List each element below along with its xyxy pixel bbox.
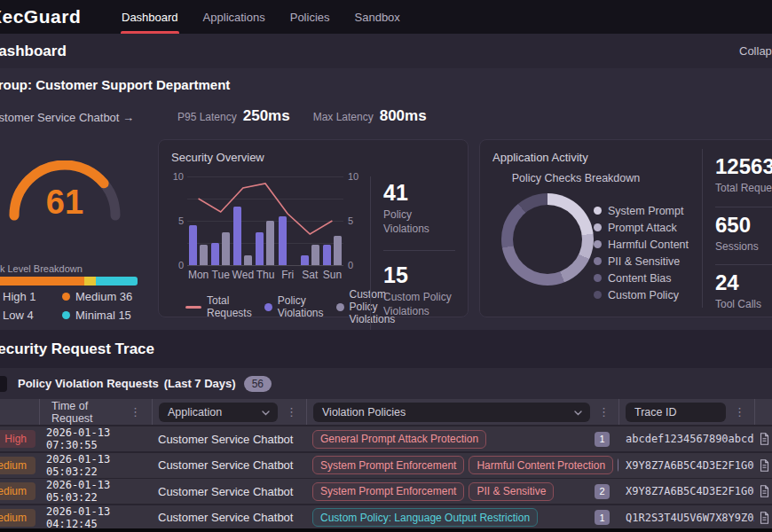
table-row[interactable]: Medium2026-01-13 05:03:22Customer Servic… [0,453,772,478]
nav-item-dashboard[interactable]: Dashboard [109,0,191,34]
kebab-menu-icon[interactable]: ⋮ [286,405,297,419]
nav-item-applications[interactable]: Applications [191,0,278,34]
column-filter-label: Trace ID [634,406,676,419]
y-tick-label: 5 [178,215,184,226]
risk-legend-item: Low 4 [0,309,55,322]
trace-list-title: Policy Violation Requests [18,377,159,390]
x-tick-label: Mon [187,269,209,281]
donut-legend-item: Harmful Content [594,236,689,253]
bottom-strip [0,528,772,532]
severity-badge: High [0,430,35,448]
kebab-menu-icon[interactable]: ⋮ [598,405,610,419]
stat-value: 41 [383,180,455,206]
time-cell: 2026-01-13 04:12:45 [39,505,152,530]
column-header-violation-policies: Violation Policies⋮ [306,399,618,425]
trace-table-body: High2026-01-13 07:30:55Customer Service … [0,426,772,530]
main-nav: DashboardApplicationsPoliciesSandbox [109,0,413,34]
total-requests-line [187,176,343,265]
risk-legend-label: Low 4 [3,309,34,322]
chart-plot-area [187,176,343,265]
risk-legend-item: Minimal 15 [62,309,132,322]
trace-list-bar: Policy Violation Requests (Last 7 Days) … [0,368,772,399]
risk-segment-minimal [96,277,138,286]
risk-breakdown-legend: High 1Medium 36Low 4Minimal 15 [0,290,132,322]
copy-icon[interactable] [759,485,769,497]
column-header-trace-id: Trace ID⋮ [618,399,754,425]
column-header-blank [0,399,39,425]
policy-count-badge: 2 [595,484,610,499]
policy-chip: Custom Policy: Language Output Restricti… [312,508,538,527]
stat-value: 24 [715,270,772,295]
copy-icon[interactable] [759,433,769,445]
column-label: Time of Request [51,400,122,425]
stat-block: 24Tool Calls [715,264,772,323]
legend-dot-icon [62,293,70,301]
risk-segment-low [84,277,96,286]
x-tick-label: Sun [321,269,343,281]
security-overview-chart: 1050 1050 MonTueWedThuFriSatSun Total Re… [171,176,361,332]
kebab-menu-icon[interactable]: ⋮ [130,405,141,419]
donut-legend-item: PII & Sensitive [594,253,689,270]
donut-legend-item: Content Bias [594,270,689,286]
security-overview-title: Security Overview [171,151,455,164]
page-title: Dashboard [0,43,67,60]
x-axis-labels: MonTueWedThuFriSatSun [187,269,343,281]
severity-badge: Medium [0,509,35,527]
severity-cell: High [0,426,39,451]
column-filter-label: Application [168,406,222,419]
application-cell: Customer Service Chatbot [152,505,306,530]
legend-item: Total Requests [185,295,252,320]
copy-cell [754,426,772,451]
column-filter-dropdown[interactable]: Trace ID [626,403,726,422]
latency-label: P95 Latency [177,111,237,123]
column-filter-label: Violation Policies [322,406,406,419]
app-window: XecGuard DashboardApplicationsPoliciesSa… [0,0,772,532]
risk-breakdown-label: Risk Level Breakdown [0,263,83,274]
risk-score-value: 61 [5,184,124,222]
stat-block: 41Policy Violations [383,176,455,250]
trace-section-header: Security Request Trace [0,330,772,368]
chevron-down-icon [262,406,270,419]
stat-label: Policy Violations [383,208,455,236]
table-row[interactable]: High2026-01-13 07:30:55Customer Service … [0,426,772,451]
stat-block: 650Sessions [715,207,772,265]
chevron-down-icon [574,406,582,419]
legend-dot-icon [594,257,602,265]
nav-item-sandbox[interactable]: Sandbox [343,0,413,34]
policies-cell: System Prompt EnforcementHarmful Content… [306,453,618,478]
security-overview-body: 1050 1050 MonTueWedThuFriSatSun Total Re… [171,176,455,332]
time-cell: 2026-01-13 07:30:55 [39,426,152,451]
application-activity-stats: 12563Total Requests650Sessions24Tool Cal… [702,149,772,308]
risk-legend-label: Minimal 15 [75,309,131,322]
legend-dot-icon [594,207,602,215]
copy-icon[interactable] [759,459,769,472]
filter-toggle-icon[interactable] [0,376,7,392]
application-cell: Customer Service Chatbot [152,453,306,478]
policy-chip: PII & Sensitive [469,482,554,501]
copy-icon[interactable] [759,512,769,524]
trace-table-header: Time of Request⋮Application⋮Violation Po… [0,399,772,425]
trace-table: Time of Request⋮Application⋮Violation Po… [0,399,772,531]
latency-metrics: P95 Latency250msMax Latency800ms [177,107,427,125]
y-tick-label: 0 [178,260,184,270]
kebab-menu-icon[interactable]: ⋮ [734,405,745,419]
column-filter-dropdown[interactable]: Violation Policies [313,403,590,422]
policies-cell: General Prompt Attack Protection1 [306,426,618,451]
y-tick-label: 10 [173,171,184,182]
legend-dot-icon [594,240,602,248]
policy-chip: General Prompt Attack Protection [312,430,486,449]
y-tick-label: 0 [348,260,353,270]
trace-id-cell: Q1R2S3T4U5V6W7X8Y9Z0A... [618,505,754,530]
table-row[interactable]: Medium2026-01-13 04:12:45Customer Servic… [0,505,772,530]
collapse-button[interactable]: Collapse [739,44,772,58]
group-section: Group: Customer Support Department Custo… [0,68,772,330]
x-tick-label: Thu [254,269,276,281]
application-link[interactable]: Customer Service Chatbot → [0,111,134,124]
risk-breakdown-bar [0,277,138,286]
table-row[interactable]: Medium2026-01-13 05:03:22Customer Servic… [0,479,772,504]
nav-item-policies[interactable]: Policies [278,0,343,34]
column-filter-dropdown[interactable]: Application [159,403,278,422]
stat-label: Sessions [715,240,772,254]
x-tick-label: Tue [209,269,232,281]
application-cell: Customer Service Chatbot [152,479,306,504]
